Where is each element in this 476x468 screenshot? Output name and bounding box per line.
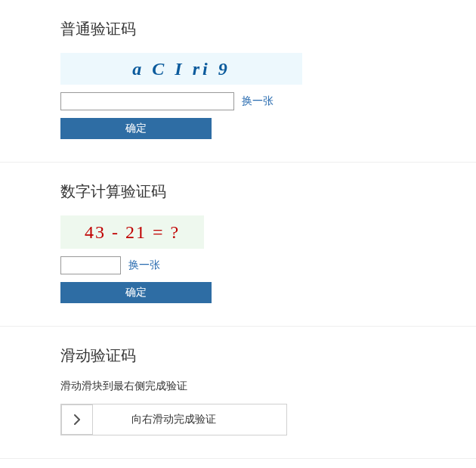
confirm-button[interactable]: 确定	[60, 282, 212, 303]
slider-handle[interactable]	[61, 404, 93, 435]
slider-label: 向右滑动完成验证	[131, 413, 216, 426]
refresh-link[interactable]: 换一张	[242, 95, 274, 108]
input-row: 换一张	[60, 92, 476, 110]
confirm-button[interactable]: 确定	[60, 118, 212, 139]
captcha-input[interactable]	[60, 256, 121, 274]
captcha-input[interactable]	[60, 92, 234, 110]
section-title: 普通验证码	[60, 19, 476, 39]
refresh-link[interactable]: 换一张	[128, 259, 160, 272]
chevron-right-icon	[73, 414, 82, 425]
slider-track[interactable]: 向右滑动完成验证	[60, 404, 287, 435]
section-math-captcha: 数字计算验证码 43 - 21 = ? 换一张 确定	[0, 163, 476, 327]
input-row: 换一张	[60, 256, 476, 274]
section-normal-captcha: 普通验证码 a C I ri 9 换一张 确定	[0, 0, 476, 163]
captcha-text: 43 - 21 = ?	[85, 222, 180, 243]
slider-description: 滑动滑块到最右侧完成验证	[60, 380, 476, 393]
captcha-text: a C I ri 9	[132, 59, 230, 79]
captcha-image: a C I ri 9	[60, 53, 302, 85]
section-slider-captcha: 滑动验证码 滑动滑块到最右侧完成验证 向右滑动完成验证	[0, 327, 476, 459]
captcha-image: 43 - 21 = ?	[60, 215, 204, 249]
section-title: 滑动验证码	[60, 346, 476, 366]
section-title: 数字计算验证码	[60, 181, 476, 202]
